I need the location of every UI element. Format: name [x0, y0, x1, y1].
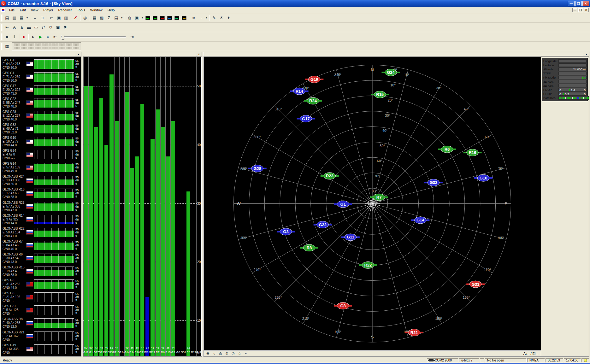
copy-icon[interactable]: ▣ [55, 14, 62, 21]
tools-icon[interactable]: ✦ [225, 14, 232, 21]
menu-window[interactable]: Window [88, 7, 105, 13]
close-button[interactable]: ✕ [582, 1, 589, 6]
close-panel-icon[interactable]: x [584, 53, 588, 56]
histogram-bar-value: 52 [109, 346, 114, 350]
row-db-scale: 55dB5 [74, 124, 81, 133]
table-view-icon[interactable]: ▦ [91, 14, 98, 21]
histogram-bar-label: G8 [176, 351, 181, 355]
bar-style-icon[interactable]: ▬ [25, 24, 32, 31]
jump-start-button[interactable]: ⇤ [51, 33, 59, 40]
font-large-icon[interactable]: A [11, 24, 18, 31]
minimize-button[interactable]: — [568, 1, 575, 6]
frame-style-icon[interactable]: ▭ [32, 24, 40, 31]
header-groove[interactable] [3, 54, 75, 55]
mdi-restore-button[interactable]: ❐ [578, 8, 583, 12]
toolbar-grip[interactable] [1, 24, 2, 31]
sky-rings-toggle[interactable]: ○ [211, 351, 217, 356]
close-panel-icon[interactable]: x [76, 53, 80, 56]
pause-button[interactable]: ‖ [11, 33, 18, 40]
toolbar-grip[interactable] [1, 43, 2, 50]
menu-help[interactable]: Help [105, 7, 117, 13]
statistics-view-icon[interactable]: Σ [105, 14, 113, 21]
stop-button[interactable]: ■ [3, 33, 11, 40]
mdi-child-icon[interactable] [1, 8, 5, 12]
menu-player[interactable]: Player [41, 7, 56, 13]
playback-slider-thumb[interactable] [62, 35, 64, 40]
signal-dropdown[interactable]: ▾ [204, 14, 208, 21]
menu-receiver[interactable]: Receiver [56, 7, 74, 13]
console-red-icon[interactable] [159, 14, 166, 21]
menu-edit[interactable]: Edit [17, 7, 28, 13]
fast-forward-button[interactable]: » [44, 33, 51, 40]
satellite-cn0: C/N0 49.0 [3, 169, 25, 173]
connection-icon[interactable]: ≈ [190, 14, 197, 21]
console-blue-icon[interactable] [166, 14, 173, 21]
view-dropdown[interactable]: ▾ [120, 14, 124, 21]
paste-icon[interactable]: ▥ [62, 14, 70, 21]
mdi-minimize-button[interactable]: — [572, 8, 577, 12]
scale-top: 55 [75, 163, 81, 166]
clear-icon[interactable]: ✗ [72, 14, 79, 21]
cut-icon[interactable]: ✂ [48, 14, 55, 21]
satellite-name: GLONASS R21 [3, 331, 25, 334]
print-preview-icon[interactable]: □ [38, 14, 46, 21]
header-groove[interactable] [205, 54, 583, 55]
sky-units-toggle[interactable]: ů [237, 351, 242, 356]
console-green2-icon[interactable] [151, 14, 159, 21]
console-amber-icon[interactable] [180, 14, 188, 21]
marker-flag-icon[interactable]: ⚑ [62, 24, 69, 31]
sky-signal-toggle[interactable]: ~ [243, 351, 249, 356]
chart-dropdown[interactable]: ▾ [140, 14, 144, 21]
sky-time-toggle[interactable]: ◷ [230, 351, 236, 356]
sky-points-toggle[interactable]: ⊛ [224, 351, 230, 356]
dock-left-icon[interactable]: ⇤ [3, 24, 11, 31]
text-console-icon[interactable]: ▤ [113, 14, 120, 21]
menu-file[interactable]: File [7, 7, 17, 13]
save-dropdown[interactable]: ▾ [25, 14, 29, 21]
font-small-icon[interactable]: a [18, 24, 25, 31]
gauge-min: 0 [559, 92, 561, 96]
mdi-close-button[interactable]: ✕ [584, 8, 589, 12]
record-button[interactable]: ● [20, 33, 27, 40]
cn0-history-fill [34, 256, 74, 263]
refresh-icon[interactable]: ↻ [47, 24, 54, 31]
satellite-elaz: El 40 Az 235 [3, 321, 25, 325]
close-panel-icon[interactable]: x [197, 53, 201, 56]
playback-slider[interactable] [61, 36, 126, 38]
scale-bottom: 5 [75, 234, 81, 237]
signal-wave-icon[interactable]: ~ [197, 14, 204, 21]
console-teal-icon[interactable] [173, 14, 180, 21]
packet-console-icon[interactable]: ▧ [98, 14, 105, 21]
toolbar-grip[interactable] [1, 33, 2, 40]
jump-end-button[interactable]: ⇥ [128, 33, 136, 40]
sky-orbit-toggle[interactable]: ◉ [205, 351, 211, 356]
edit-config-icon[interactable]: ✎ [210, 14, 218, 21]
header-groove[interactable] [85, 54, 196, 55]
dock-window-button[interactable]: ▦ [3, 43, 11, 50]
find-icon[interactable]: ◎ [81, 14, 89, 21]
sky-shade-toggle[interactable]: ◍ [218, 351, 223, 356]
histogram-bar-label: G11 [83, 351, 88, 355]
menu-view[interactable]: View [28, 7, 41, 13]
map-view-icon[interactable]: ◍ [126, 14, 133, 21]
brightness-icon[interactable]: ☀ [218, 14, 225, 21]
menu-tools[interactable]: Tools [74, 7, 88, 13]
dock-placeholder-cell [35, 47, 38, 49]
grid-toggle-icon[interactable]: ▣ [54, 24, 62, 31]
open-file-icon[interactable]: ▥ [11, 14, 18, 21]
console-green-icon[interactable] [144, 14, 151, 21]
restore-button[interactable]: ❐ [575, 1, 582, 6]
camera-view-icon[interactable]: ▣ [133, 14, 140, 21]
satellite-info: GLONASS R21El 2 Az 162C/N0 --.- [3, 331, 25, 342]
swap-view-icon[interactable]: ⇄ [40, 24, 47, 31]
satellite-marker-R8: R8 [300, 244, 318, 251]
cn0-history-strip [34, 124, 74, 133]
new-file-icon[interactable]: ▤ [3, 14, 11, 21]
save-icon[interactable]: ▦ [18, 14, 25, 21]
play-button[interactable]: ► [37, 33, 44, 40]
print-icon[interactable]: ≡ [31, 14, 38, 21]
step-button[interactable]: ▸ [30, 33, 37, 40]
satellite-name: GPS G32 [3, 123, 25, 127]
sky-panel-header: x [204, 52, 589, 56]
toolbar-grip[interactable] [1, 15, 2, 21]
